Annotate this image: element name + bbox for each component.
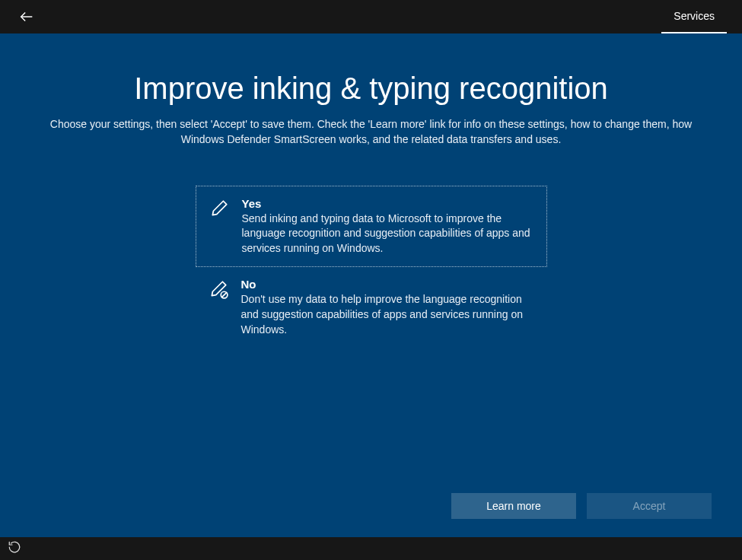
option-no-desc: Don't use my data to help improve the la… [241,292,535,337]
back-arrow-icon [18,8,35,25]
top-bar: Services [0,0,742,33]
tab-services[interactable]: Services [661,0,727,33]
svg-line-2 [221,293,226,298]
page-title: Improve inking & typing recognition [30,72,712,106]
ease-of-access-icon [8,540,21,554]
option-yes-title: Yes [242,197,534,210]
main-panel: Improve inking & typing recognition Choo… [0,33,742,537]
learn-more-button[interactable]: Learn more [451,493,576,519]
ease-of-access-button[interactable] [8,540,21,557]
page-subtitle: Choose your settings, then select 'Accep… [37,116,706,148]
options-group: Yes Send inking and typing data to Micro… [196,186,547,348]
pen-icon [209,197,230,256]
back-button[interactable] [18,8,35,25]
option-yes-desc: Send inking and typing data to Microsoft… [242,212,534,256]
option-no[interactable]: No Don't use my data to help improve the… [196,267,547,348]
footer-buttons: Learn more Accept [451,493,712,519]
accept-button[interactable]: Accept [587,493,712,519]
pen-blocked-icon [208,278,229,337]
tab-area: Services [661,0,727,33]
option-yes[interactable]: Yes Send inking and typing data to Micro… [196,186,547,268]
bottom-bar [0,537,742,560]
option-no-title: No [241,278,535,291]
